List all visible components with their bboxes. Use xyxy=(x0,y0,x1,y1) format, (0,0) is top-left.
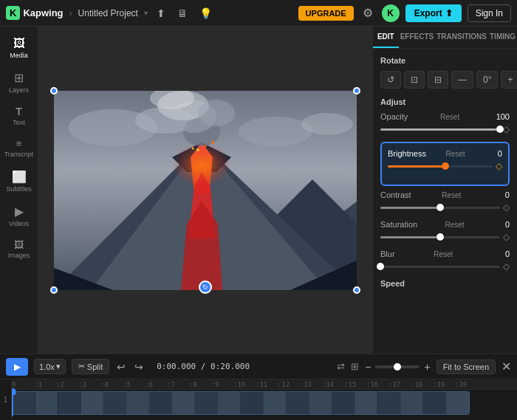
brightness-reset[interactable]: Reset xyxy=(445,150,465,158)
saturation-reset[interactable]: Reset xyxy=(445,221,465,229)
sidebar-item-subtitles[interactable]: ⬜ Subtitles xyxy=(3,165,35,197)
blur-reset[interactable]: Reset xyxy=(434,250,453,258)
saturation-thumb[interactable] xyxy=(436,233,444,241)
opacity-row: Opacity Reset 100 xyxy=(380,112,510,121)
saturation-diamond-icon[interactable]: ◇ xyxy=(503,232,510,242)
opacity-slider-row: ◇ xyxy=(380,124,510,134)
sidebar-item-text[interactable]: T Text xyxy=(3,101,35,131)
playhead[interactable] xyxy=(12,390,13,416)
speed-button[interactable]: 1.0x ▾ xyxy=(34,359,66,374)
close-timeline-button[interactable]: ✕ xyxy=(501,359,511,373)
rotate-ccw-btn[interactable]: ↺ xyxy=(380,71,401,89)
opacity-fill xyxy=(380,128,500,131)
rotate-handle[interactable]: ↻ xyxy=(199,280,212,294)
export-button[interactable]: Export ⬆ xyxy=(405,4,462,22)
fit-to-screen-button[interactable]: Fit to Screen xyxy=(436,359,496,374)
zoom-in-button[interactable]: + xyxy=(424,361,430,373)
flip-v-btn[interactable]: ⊟ xyxy=(428,71,448,89)
export-arrow-icon: ⬆ xyxy=(445,8,453,18)
svg-point-13 xyxy=(172,142,231,187)
svg-rect-38 xyxy=(287,392,309,414)
rotate-buttons: ↺ ⊡ ⊟ — 0° + xyxy=(380,71,510,89)
handle-top-right[interactable] xyxy=(353,87,360,94)
svg-point-22 xyxy=(205,145,207,147)
angle-btn[interactable]: 0° xyxy=(476,71,498,89)
ruler-5: :5 xyxy=(123,381,131,388)
settings-icon[interactable]: ⚙ xyxy=(360,3,376,23)
opacity-reset[interactable]: Reset xyxy=(440,113,459,121)
svg-rect-44 xyxy=(423,392,445,414)
opacity-diamond-icon[interactable]: ◇ xyxy=(503,124,510,134)
contrast-reset[interactable]: Reset xyxy=(442,191,461,199)
main-area: 🖼 Media ⊞ Layers T Text ≡ Transcript ⬜ S… xyxy=(0,27,517,354)
sync-icon[interactable]: ⊞ xyxy=(351,361,359,372)
blur-diamond-icon[interactable]: ◇ xyxy=(503,261,510,272)
tab-edit[interactable]: EDIT xyxy=(373,27,399,48)
ruler-13: :13 xyxy=(300,381,312,388)
sidebar-label-transcript: Transcript xyxy=(4,151,34,158)
sidebar-label-text: Text xyxy=(13,119,25,126)
svg-point-23 xyxy=(208,153,210,154)
tab-effects[interactable]: EFFECTS xyxy=(399,27,436,48)
saturation-slider[interactable] xyxy=(380,236,500,238)
loop-icon[interactable]: ⇄ xyxy=(337,361,345,372)
blur-thumb[interactable] xyxy=(377,263,384,270)
avatar[interactable]: K xyxy=(382,4,400,22)
undo-button[interactable]: ↩ xyxy=(115,359,127,374)
svg-rect-36 xyxy=(241,392,263,414)
handle-top-left[interactable] xyxy=(50,87,58,94)
signin-button[interactable]: Sign In xyxy=(468,4,511,22)
contrast-slider[interactable] xyxy=(380,207,500,209)
handle-bottom-left[interactable] xyxy=(50,286,58,294)
ruler-20: :20 xyxy=(455,381,467,388)
sidebar-item-images[interactable]: 🖼 Images xyxy=(3,235,35,264)
blur-label: Blur xyxy=(380,249,395,258)
sidebar-item-transcript[interactable]: ≡ Transcript xyxy=(3,134,35,162)
split-button[interactable]: ✂ Split xyxy=(72,359,109,374)
svg-rect-31 xyxy=(127,392,149,414)
upgrade-button[interactable]: UPGRADE xyxy=(298,6,354,21)
svg-rect-41 xyxy=(355,392,377,414)
contrast-thumb[interactable] xyxy=(436,204,444,211)
ruler-7: :7 xyxy=(167,381,175,388)
sidebar-label-layers: Layers xyxy=(9,86,29,94)
contrast-diamond-icon[interactable]: ◇ xyxy=(503,202,510,213)
zoom-out-button[interactable]: − xyxy=(365,361,371,373)
opacity-slider[interactable] xyxy=(380,128,500,131)
svg-rect-34 xyxy=(195,392,217,414)
redo-button[interactable]: ↪ xyxy=(133,359,145,374)
brightness-thumb[interactable] xyxy=(442,162,449,170)
add-btn[interactable]: + xyxy=(501,71,517,89)
tab-timing[interactable]: TIMING xyxy=(488,27,517,48)
panel-tabs: EDIT EFFECTS TRANSITIONS TIMING xyxy=(373,27,517,49)
brightness-value: 0 xyxy=(485,149,502,158)
flip-h-btn[interactable]: ⊡ xyxy=(404,71,425,89)
brightness-slider[interactable] xyxy=(388,165,493,168)
play-button[interactable]: ▶ xyxy=(6,358,28,376)
sidebar-item-media[interactable]: 🖼 Media xyxy=(3,32,35,63)
sidebar-item-layers[interactable]: ⊞ Layers xyxy=(3,66,35,98)
opacity-thumb[interactable] xyxy=(496,125,504,133)
rotate-label: Rotate xyxy=(380,56,510,65)
svg-rect-26 xyxy=(13,392,35,414)
brightness-diamond-icon[interactable]: ◇ xyxy=(496,161,502,171)
video-clip[interactable] xyxy=(12,391,470,415)
video-frame[interactable]: ↻ xyxy=(54,91,357,290)
speed-chevron-icon: ▾ xyxy=(56,362,61,371)
zoom-slider[interactable] xyxy=(375,365,420,368)
share-icon[interactable]: ⬆ xyxy=(154,4,168,22)
tab-transitions[interactable]: TRANSITIONS xyxy=(435,27,488,48)
sidebar-item-videos[interactable]: ▶ Videos xyxy=(3,200,35,232)
scissors-icon: ✂ xyxy=(78,362,85,371)
monitor-icon[interactable]: 🖥 xyxy=(174,4,191,22)
project-name[interactable]: Untitled Project xyxy=(78,8,138,18)
dropdown-arrow[interactable]: ▾ xyxy=(144,9,148,17)
speed-label-value: 1.0x xyxy=(39,362,55,371)
bulb-icon[interactable]: 💡 xyxy=(196,4,215,22)
handle-bottom-right[interactable] xyxy=(353,286,360,294)
zoom-thumb xyxy=(394,363,401,371)
svg-point-4 xyxy=(301,113,353,135)
blur-slider[interactable] xyxy=(380,266,500,268)
remove-btn[interactable]: — xyxy=(451,71,473,89)
track-clips xyxy=(12,390,517,416)
